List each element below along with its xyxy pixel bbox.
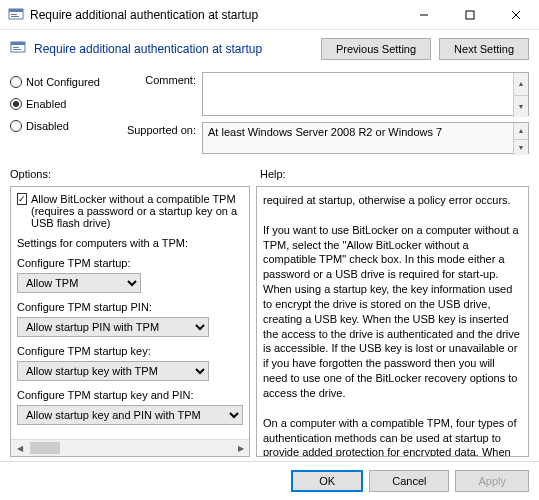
titlebar: Require additional authentication at sta… bbox=[0, 0, 539, 30]
cfg-tpm-pin-label: Configure TPM startup PIN: bbox=[17, 301, 243, 313]
chevron-right-icon[interactable]: ▶ bbox=[232, 440, 249, 456]
header: Require additional authentication at sta… bbox=[0, 30, 539, 68]
supported-on-text: At least Windows Server 2008 R2 or Windo… bbox=[202, 122, 529, 154]
radio-disabled[interactable]: Disabled bbox=[10, 120, 120, 132]
chevron-up-icon: ▲ bbox=[513, 123, 528, 139]
chevron-down-icon[interactable]: ▼ bbox=[513, 95, 528, 118]
radio-icon bbox=[10, 98, 22, 110]
chevron-down-icon: ▼ bbox=[513, 139, 528, 156]
radio-icon bbox=[10, 76, 22, 88]
ok-button[interactable]: OK bbox=[291, 470, 363, 492]
comment-input[interactable] bbox=[202, 72, 529, 116]
help-panel: required at startup, otherwise a policy … bbox=[256, 186, 529, 457]
cfg-tpm-pin-select[interactable]: Allow startup PIN with TPM bbox=[17, 317, 209, 337]
cfg-tpm-startup-select[interactable]: Allow TPM bbox=[17, 273, 141, 293]
svg-rect-9 bbox=[11, 42, 25, 45]
chevron-left-icon[interactable]: ◀ bbox=[11, 440, 28, 456]
state-grid: Not Configured Enabled Disabled Comment:… bbox=[0, 68, 539, 166]
cfg-tpm-key-label: Configure TPM startup key: bbox=[17, 345, 243, 357]
gpedit-icon bbox=[10, 40, 26, 58]
comment-label: Comment: bbox=[126, 72, 196, 86]
svg-rect-10 bbox=[13, 47, 19, 48]
maximize-button[interactable] bbox=[447, 0, 493, 29]
options-label: Options: bbox=[10, 168, 250, 180]
supported-spin: ▲▼ bbox=[513, 123, 528, 155]
previous-setting-button[interactable]: Previous Setting bbox=[321, 38, 431, 60]
radio-icon bbox=[10, 120, 22, 132]
policy-title: Require additional authentication at sta… bbox=[34, 42, 313, 56]
radio-label: Disabled bbox=[26, 120, 69, 132]
comment-spin[interactable]: ▲▼ bbox=[513, 73, 528, 117]
scroll-thumb[interactable] bbox=[30, 442, 60, 454]
cfg-tpm-startup-label: Configure TPM startup: bbox=[17, 257, 243, 269]
dialog-footer: OK Cancel Apply bbox=[0, 461, 539, 500]
gpedit-icon bbox=[8, 7, 24, 23]
minimize-button[interactable] bbox=[401, 0, 447, 29]
svg-rect-5 bbox=[466, 11, 474, 19]
radio-not-configured[interactable]: Not Configured bbox=[10, 76, 120, 88]
radio-label: Not Configured bbox=[26, 76, 100, 88]
chevron-up-icon[interactable]: ▲ bbox=[513, 73, 528, 95]
svg-rect-3 bbox=[11, 16, 19, 17]
radio-enabled[interactable]: Enabled bbox=[10, 98, 120, 110]
cfg-tpm-keypin-label: Configure TPM startup key and PIN: bbox=[17, 389, 243, 401]
supported-label: Supported on: bbox=[126, 122, 196, 136]
options-panel: ✓ Allow BitLocker without a compatible T… bbox=[10, 186, 250, 457]
help-scroll[interactable]: required at startup, otherwise a policy … bbox=[257, 187, 528, 456]
checkbox-icon: ✓ bbox=[17, 193, 27, 205]
cfg-tpm-key-select[interactable]: Allow startup key with TPM bbox=[17, 361, 209, 381]
svg-rect-1 bbox=[9, 9, 23, 12]
window-title: Require additional authentication at sta… bbox=[30, 8, 401, 22]
radio-label: Enabled bbox=[26, 98, 66, 110]
svg-rect-11 bbox=[13, 49, 21, 50]
cancel-button[interactable]: Cancel bbox=[369, 470, 449, 492]
options-hscroll[interactable]: ◀ ▶ bbox=[11, 439, 249, 456]
next-setting-button[interactable]: Next Setting bbox=[439, 38, 529, 60]
svg-rect-2 bbox=[11, 14, 17, 15]
cfg-tpm-keypin-select[interactable]: Allow startup key and PIN with TPM bbox=[17, 405, 243, 425]
allow-no-tpm-checkbox[interactable]: ✓ Allow BitLocker without a compatible T… bbox=[17, 193, 243, 229]
tpm-section-label: Settings for computers with a TPM: bbox=[17, 237, 243, 249]
help-label: Help: bbox=[260, 168, 286, 180]
section-labels: Options: Help: bbox=[0, 166, 539, 182]
checkbox-label: Allow BitLocker without a compatible TPM… bbox=[31, 193, 243, 229]
apply-button[interactable]: Apply bbox=[455, 470, 529, 492]
close-button[interactable] bbox=[493, 0, 539, 29]
help-text: required at startup, otherwise a policy … bbox=[263, 193, 522, 456]
